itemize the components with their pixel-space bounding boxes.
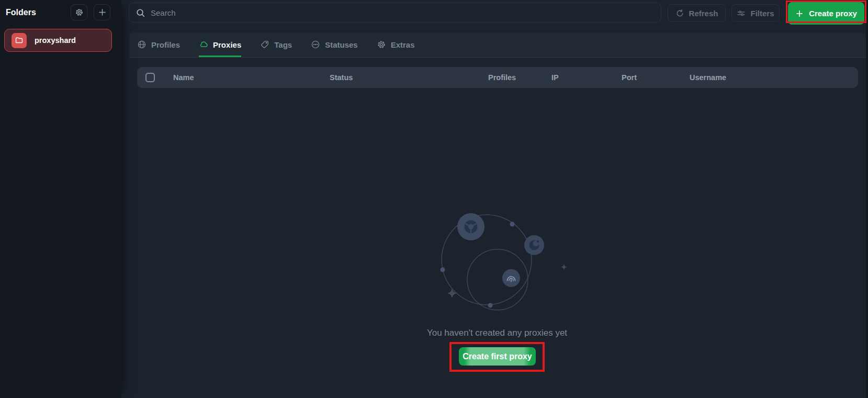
tab-tags[interactable]: Tags (260, 32, 292, 57)
globe-icon (137, 40, 146, 49)
column-header-name: Name (173, 73, 330, 82)
tab-profiles[interactable]: Profiles (137, 32, 180, 57)
refresh-icon (675, 9, 684, 18)
folder-icon (12, 33, 27, 48)
search-input[interactable] (151, 8, 655, 17)
create-proxy-wrap: Create proxy (788, 2, 864, 25)
folders-sidebar: Folders proxyshard (0, 0, 121, 398)
folder-settings-button[interactable] (71, 4, 87, 20)
filters-icon (737, 9, 746, 18)
create-first-proxy-wrap: Create first proxy (459, 347, 536, 366)
fingerprint-icon (502, 269, 520, 287)
add-folder-button[interactable] (94, 4, 110, 20)
refresh-button[interactable]: Refresh (668, 4, 726, 22)
plus-icon (98, 8, 107, 17)
gear-icon (75, 8, 84, 17)
tab-label: Tags (274, 40, 292, 49)
select-all-checkbox[interactable] (145, 73, 155, 82)
chrome-icon (457, 213, 484, 240)
sidebar-title: Folders (6, 8, 64, 17)
main-area: Refresh Filters Create proxy (121, 0, 868, 398)
folder-item-proxyshard[interactable]: proxyshard (4, 29, 112, 52)
tabbar: Profiles Proxies Tags (129, 32, 866, 58)
column-header-port: Port (622, 73, 690, 82)
plus-icon (795, 9, 804, 18)
cloud-icon (199, 40, 208, 49)
tab-extras[interactable]: Extras (377, 32, 415, 57)
circle-ellipsis-icon (311, 40, 320, 49)
refresh-label: Refresh (689, 9, 718, 18)
column-header-username: Username (690, 73, 858, 82)
tag-icon (260, 40, 269, 49)
column-header-ip: IP (551, 73, 622, 82)
create-proxy-label: Create proxy (809, 9, 857, 18)
tab-proxies[interactable]: Proxies (199, 32, 241, 57)
empty-state-illustration (424, 193, 581, 320)
create-first-proxy-button[interactable]: Create first proxy (459, 347, 536, 366)
tab-label: Statuses (325, 40, 358, 49)
sparkle-icon (447, 288, 457, 298)
firefox-icon (524, 235, 544, 255)
column-header-status: Status (330, 73, 488, 82)
tab-label: Extras (391, 40, 415, 49)
folder-name: proxyshard (35, 36, 76, 45)
create-proxy-button[interactable]: Create proxy (788, 2, 864, 25)
search-icon (136, 8, 145, 18)
window-right-edge (866, 0, 868, 398)
filters-label: Filters (750, 9, 774, 18)
search-box[interactable] (129, 3, 661, 23)
sparkle-icon-small (561, 264, 567, 270)
tab-statuses[interactable]: Statuses (311, 32, 358, 57)
tab-label: Proxies (213, 40, 241, 49)
empty-state-message: You haven't created any proxies yet (340, 328, 654, 338)
gear-icon (377, 40, 386, 49)
proxies-table-header: Name Status Profiles IP Port Username (137, 67, 858, 88)
filters-button[interactable]: Filters (731, 4, 780, 22)
sidebar-header: Folders (0, 0, 121, 20)
column-header-profiles: Profiles (488, 73, 551, 82)
tab-label: Profiles (151, 40, 180, 49)
